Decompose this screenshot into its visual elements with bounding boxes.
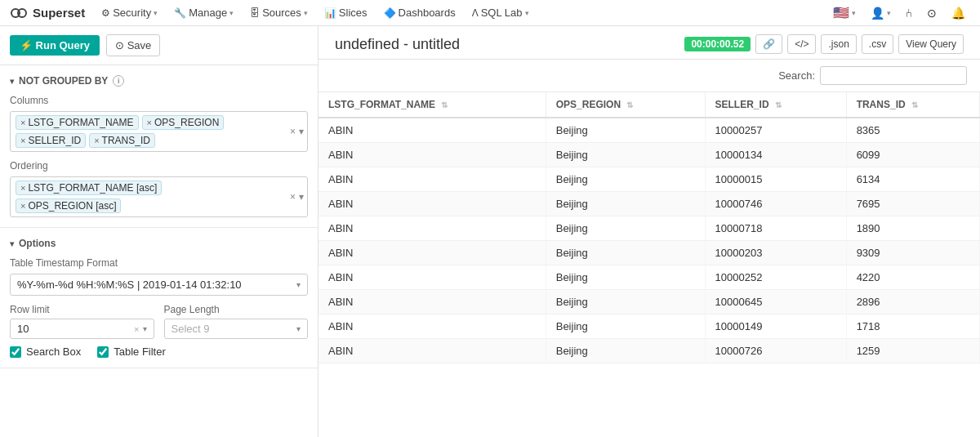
embed-button[interactable]: </> — [787, 34, 816, 54]
cell-lstg: ABIN — [318, 265, 546, 290]
cell-seller: 10000203 — [705, 241, 846, 265]
nav-sqllab[interactable]: Λ SQL Lab ▾ — [466, 0, 536, 26]
nav-fork[interactable]: ⑂ — [901, 0, 917, 26]
tag-seller-id[interactable]: × SELLER_ID — [16, 133, 86, 148]
cell-ops: Beijing — [546, 167, 705, 192]
columns-tag-container[interactable]: × LSTG_FORMAT_NAME × OPS_REGION × SELLER… — [10, 111, 308, 152]
clear-row-limit-icon[interactable]: × — [134, 324, 139, 334]
section-title: NOT GROUPED BY — [19, 75, 108, 87]
not-grouped-section: ▾ NOT GROUPED BY i Columns × LSTG_FORMAT… — [0, 65, 318, 228]
user-icon: 👤 — [871, 7, 884, 20]
col-seller[interactable]: SELLER_ID ⇅ — [705, 92, 846, 118]
search-box-label: Search Box — [26, 346, 81, 358]
chevron-down-icon: ▾ — [304, 9, 308, 17]
cell-seller: 10000746 — [705, 192, 846, 216]
cell-lstg: ABIN — [318, 118, 546, 143]
remove-tag-icon[interactable]: × — [147, 118, 152, 127]
not-grouped-header[interactable]: ▾ NOT GROUPED BY i — [10, 75, 308, 87]
toolbar: ⚡ Run Query ⊙ Save — [0, 26, 318, 65]
row-limit-select[interactable]: 10 × ▾ — [10, 319, 154, 339]
results-table-container: LSTG_FORMAT_NAME ⇅ OPS_REGION ⇅ SELLER_I… — [318, 92, 980, 437]
nav-slices[interactable]: 📊 Slices — [318, 0, 374, 26]
col-lstg[interactable]: LSTG_FORMAT_NAME ⇅ — [318, 92, 546, 118]
cell-ops: Beijing — [546, 290, 705, 314]
table-row: ABINBeijing100001346099 — [318, 143, 980, 167]
caret-down-icon: ▾ — [10, 239, 14, 248]
clear-tags-icon[interactable]: × — [290, 126, 296, 137]
ordering-tag-container[interactable]: × LSTG_FORMAT_NAME [asc] × OPS_REGION [a… — [10, 176, 308, 217]
cell-ops: Beijing — [546, 265, 705, 290]
remove-tag-icon[interactable]: × — [20, 118, 25, 127]
info-icon[interactable]: i — [113, 75, 124, 87]
row-limit-value: 10 — [17, 323, 29, 335]
page-length-placeholder: Select 9 — [172, 323, 210, 335]
save-button[interactable]: ⊙ Save — [106, 34, 160, 56]
csv-button[interactable]: .csv — [862, 34, 893, 54]
remove-tag-icon[interactable]: × — [20, 136, 25, 145]
left-panel: ⚡ Run Query ⊙ Save ▾ NOT GROUPED BY i Co… — [0, 26, 318, 437]
cell-ops: Beijing — [546, 314, 705, 339]
dropdown-tags-icon[interactable]: ▾ — [299, 126, 304, 137]
nav-security[interactable]: ⚙ Security ▾ — [95, 0, 164, 26]
nav-notifications[interactable]: 🔔 — [947, 0, 970, 26]
run-query-button[interactable]: ⚡ Run Query — [10, 35, 100, 56]
remove-tag-icon[interactable]: × — [20, 201, 25, 211]
tag-ops-region[interactable]: × OPS_REGION — [142, 115, 225, 130]
cell-lstg: ABIN — [318, 241, 546, 265]
search-input[interactable] — [820, 66, 967, 85]
tag-trans-id[interactable]: × TRANS_ID — [89, 133, 155, 148]
nav-language[interactable]: 🇺🇸 ▾ — [828, 0, 861, 26]
dropdown-ordering-icon[interactable]: ▾ — [299, 191, 304, 203]
cell-ops: Beijing — [546, 241, 705, 265]
table-filter-checkbox[interactable] — [97, 346, 109, 358]
sort-icon: ⇅ — [626, 100, 633, 109]
right-panel: undefined - untitled 00:00:00.52 🔗 </> .… — [318, 26, 980, 437]
tag-lstg-format-name[interactable]: × LSTG_FORMAT_NAME — [16, 115, 139, 130]
chevron-down-icon: ▾ — [154, 9, 158, 17]
logo-text: Superset — [33, 6, 85, 20]
link-button[interactable]: 🔗 — [755, 34, 782, 54]
timestamp-select[interactable]: %Y-%m-%d %H:%M:%S | 2019-01-14 01:32:10 … — [10, 274, 308, 296]
nav-dashboards[interactable]: 🔷 Dashboards — [377, 0, 462, 26]
search-box-checkbox-row: Search Box — [10, 346, 81, 358]
cell-trans: 7695 — [846, 192, 979, 216]
table-header-row: LSTG_FORMAT_NAME ⇅ OPS_REGION ⇅ SELLER_I… — [318, 92, 980, 118]
github-icon: ⊙ — [927, 7, 937, 20]
table-filter-checkbox-row: Table Filter — [97, 346, 166, 358]
row-limit-label: Row limit — [10, 304, 154, 315]
view-query-button[interactable]: View Query — [898, 34, 964, 54]
search-box-checkbox[interactable] — [10, 346, 21, 358]
cell-lstg: ABIN — [318, 290, 546, 314]
cell-seller: 10000252 — [705, 265, 846, 290]
cell-trans: 4220 — [846, 265, 979, 290]
tag-ordering-lstg[interactable]: × LSTG_FORMAT_NAME [asc] — [16, 181, 162, 195]
chevron-down-icon: ▾ — [296, 324, 301, 333]
cell-ops: Beijing — [546, 339, 705, 363]
table-row: ABINBeijing100007261259 — [318, 339, 980, 363]
cell-lstg: ABIN — [318, 167, 546, 192]
nav-github[interactable]: ⊙ — [922, 0, 942, 26]
tag-actions: × ▾ — [290, 126, 304, 137]
main-layout: ⚡ Run Query ⊙ Save ▾ NOT GROUPED BY i Co… — [0, 26, 980, 437]
tag-ordering-ops[interactable]: × OPS_REGION [asc] — [16, 198, 121, 213]
col-ops[interactable]: OPS_REGION ⇅ — [546, 92, 705, 118]
nav-manage[interactable]: 🔧 Manage ▾ — [167, 0, 240, 26]
col-trans[interactable]: TRANS_ID ⇅ — [846, 92, 979, 118]
json-button[interactable]: .json — [821, 34, 856, 54]
nav-user[interactable]: 👤 ▾ — [866, 0, 896, 26]
page-length-select[interactable]: Select 9 ▾ — [164, 319, 309, 339]
nav-sources[interactable]: 🗄 Sources ▾ — [243, 0, 314, 26]
cell-ops: Beijing — [546, 216, 705, 241]
cell-lstg: ABIN — [318, 216, 546, 241]
logo[interactable]: Superset — [10, 4, 85, 22]
sort-icon: ⇅ — [775, 100, 782, 109]
remove-tag-icon[interactable]: × — [20, 183, 25, 193]
table-filter-label: Table Filter — [114, 346, 166, 358]
row-limit-page-length-row: Row limit 10 × ▾ Page Length Select 9 ▾ — [10, 304, 308, 339]
columns-label: Columns — [10, 95, 308, 106]
remove-tag-icon[interactable]: × — [94, 136, 99, 145]
clear-ordering-icon[interactable]: × — [290, 191, 296, 203]
cell-trans: 6134 — [846, 167, 979, 192]
options-header[interactable]: ▾ Options — [10, 238, 308, 249]
chart-icon: 📊 — [324, 7, 336, 19]
